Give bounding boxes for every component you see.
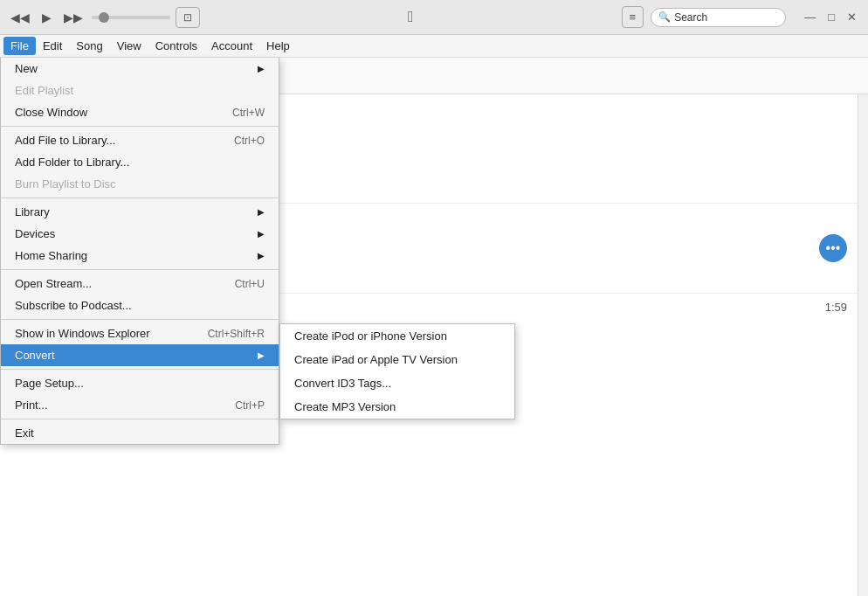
menu-item-edit-playlist-label: Edit Playlist [15,84,73,97]
convert-submenu: Create iPod or iPhone Version Create iPa… [279,323,515,419]
prev-button[interactable]: ◀◀ [7,7,33,28]
submenu-convert-id3-label: Convert ID3 Tags... [294,377,391,390]
menu-item-open-stream[interactable]: Open Stream... Ctrl+U [1,273,279,295]
separator-5 [1,369,279,370]
menu-item-print-label: Print... [15,398,48,412]
search-icon: 🔍 [658,11,671,23]
menu-item-burn-playlist: Burn Playlist to Disc [1,173,279,195]
menu-item-edit-playlist: Edit Playlist [1,80,279,101]
menu-item-home-sharing[interactable]: Home Sharing ▶ [1,245,279,267]
menu-item-new[interactable]: New ▶ [1,58,279,80]
menu-item-add-folder[interactable]: Add Folder to Library... [1,151,279,173]
menu-item-add-file-label: Add File to Library... [15,134,115,147]
menu-item-library-label: Library [15,205,50,218]
more-options-icon: ••• [826,240,841,256]
title-right: ≡ 🔍 — □ ✕ [622,6,861,28]
devices-arrow: ▶ [258,229,265,239]
title-bar: ◀◀ ▶ ▶▶ ⊡  ≡ 🔍 — □ ✕ [0,0,868,35]
window-controls: — □ ✕ [800,9,861,25]
menu-item-exit-label: Exit [15,426,34,440]
submenu-create-mp3[interactable]: Create MP3 Version [280,395,514,419]
print-shortcut: Ctrl+P [235,399,265,412]
menu-item-close-window-label: Close Window [15,106,87,119]
menu-file[interactable]: File [3,37,36,55]
airplay-icon: ⊡ [183,11,192,24]
menu-item-exit[interactable]: Exit [1,422,279,444]
menu-item-add-file[interactable]: Add File to Library... Ctrl+O [1,129,279,151]
menu-item-show-explorer-label: Show in Windows Explorer [15,327,150,340]
menu-item-home-sharing-label: Home Sharing [15,249,87,262]
search-input[interactable] [674,11,775,24]
submenu-create-ipad[interactable]: Create iPad or Apple TV Version [280,348,514,371]
maximize-button[interactable]: □ [823,9,839,25]
transport-controls: ◀◀ ▶ ▶▶ ⊡ [7,7,200,28]
scrollbar[interactable] [858,94,868,596]
separator-1 [1,126,279,127]
menu-item-add-folder-label: Add Folder to Library... [15,156,129,169]
separator-3 [1,269,279,270]
library-arrow: ▶ [258,207,265,217]
menu-controls[interactable]: Controls [148,37,204,55]
progress-track[interactable] [92,16,170,19]
submenu-create-ipad-label: Create iPad or Apple TV Version [294,353,458,366]
submenu-create-ipod[interactable]: Create iPod or iPhone Version [280,324,514,348]
separator-6 [1,419,279,419]
progress-bar[interactable] [92,16,170,19]
submenu-create-ipod-label: Create iPod or iPhone Version [294,329,447,343]
submenu-arrow: ▶ [258,64,265,73]
track-duration: 1:59 [825,301,847,314]
playlist-button[interactable]: ≡ [622,6,644,28]
menu-item-print[interactable]: Print... Ctrl+P [1,394,279,416]
menu-song[interactable]: Song [69,37,109,55]
close-button[interactable]: ✕ [843,9,861,25]
file-dropdown: New ▶ Edit Playlist Close Window Ctrl+W … [0,58,279,445]
title-center:  [408,8,414,26]
menu-account[interactable]: Account [204,37,259,55]
airplay-button[interactable]: ⊡ [176,7,200,28]
apple-logo:  [408,8,414,26]
play-button[interactable]: ▶ [38,7,55,28]
next-button[interactable]: ▶▶ [60,7,86,28]
menu-edit[interactable]: Edit [36,37,69,55]
show-explorer-shortcut: Ctrl+Shift+R [208,328,265,340]
add-file-shortcut: Ctrl+O [234,135,265,147]
menu-item-devices-label: Devices [15,227,55,240]
menu-item-convert[interactable]: Convert ▶ [1,344,279,366]
convert-arrow: ▶ [258,350,265,360]
menu-item-show-explorer[interactable]: Show in Windows Explorer Ctrl+Shift+R [1,322,279,344]
menu-item-open-stream-label: Open Stream... [15,277,92,290]
menu-item-devices[interactable]: Devices ▶ [1,223,279,245]
menu-help[interactable]: Help [259,37,297,55]
separator-4 [1,319,279,320]
menu-view[interactable]: View [110,37,148,55]
separator-2 [1,198,279,198]
submenu-create-mp3-label: Create MP3 Version [294,400,396,413]
minimize-button[interactable]: — [800,9,820,25]
progress-thumb [99,12,109,23]
menu-item-page-setup[interactable]: Page Setup... [1,372,279,394]
menu-item-page-setup-label: Page Setup... [15,377,84,390]
menu-item-subscribe-podcast[interactable]: Subscribe to Podcast... [1,295,279,316]
menu-item-subscribe-podcast-label: Subscribe to Podcast... [15,299,132,312]
more-options-button[interactable]: ••• [819,234,847,262]
home-sharing-arrow: ▶ [258,251,265,260]
menu-bar: File Edit Song View Controls Account Hel… [0,35,868,58]
menu-item-library[interactable]: Library ▶ [1,201,279,223]
search-box[interactable]: 🔍 [651,8,786,27]
submenu-convert-id3[interactable]: Convert ID3 Tags... [280,371,514,395]
open-stream-shortcut: Ctrl+U [235,278,265,290]
menu-item-new-label: New [15,62,38,75]
menu-item-burn-playlist-label: Burn Playlist to Disc [15,177,116,191]
menu-item-convert-label: Convert [15,349,55,362]
menu-item-close-window[interactable]: Close Window Ctrl+W [1,101,279,123]
close-window-shortcut: Ctrl+W [232,107,265,119]
